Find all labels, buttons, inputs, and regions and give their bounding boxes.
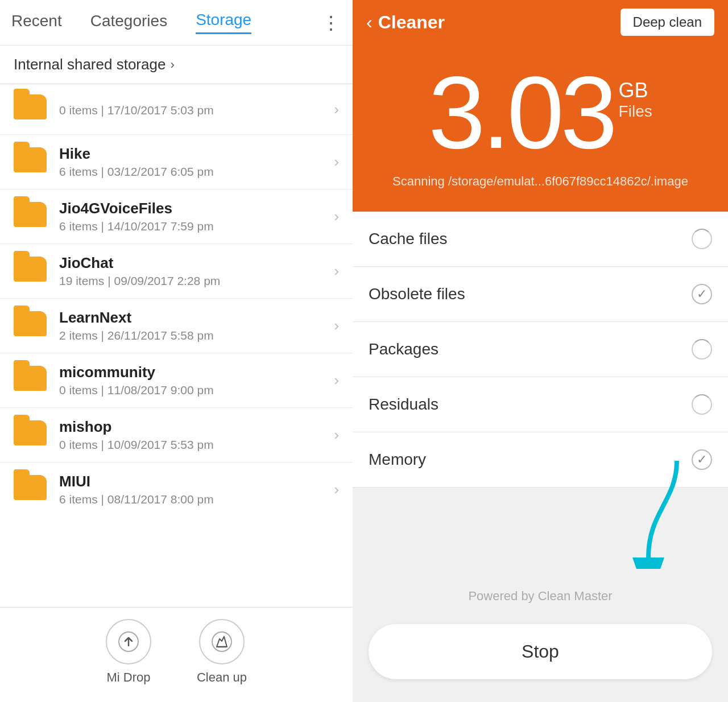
- residuals-label: Residuals: [369, 395, 439, 414]
- file-meta: 0 items | 17/10/2017 5:03 pm: [59, 104, 334, 117]
- scan-files: Files: [619, 102, 652, 121]
- memory-check-icon: [692, 449, 712, 470]
- chevron-right-icon: ›: [334, 481, 339, 498]
- file-meta: 6 items | 08/11/2017 8:00 pm: [59, 493, 334, 506]
- file-info: micommunity 0 items | 11/08/2017 9:00 pm: [59, 364, 334, 397]
- list-item[interactable]: mishop 0 items | 10/09/2017 5:53 pm ›: [0, 408, 353, 463]
- folder-icon: [14, 420, 47, 450]
- folder-icon: [14, 147, 47, 177]
- file-meta: 0 items | 11/08/2017 9:00 pm: [59, 383, 334, 397]
- file-info: JioChat 19 items | 09/09/2017 2:28 pm: [59, 254, 334, 288]
- file-name: Jio4GVoiceFiles: [59, 200, 334, 217]
- file-name: micommunity: [59, 364, 334, 381]
- clean-up-icon-circle: [199, 619, 245, 664]
- tab-recent[interactable]: Recent: [11, 12, 62, 34]
- chevron-right-icon: ›: [334, 208, 339, 225]
- clean-items-list: Cache files Obsolete files Packages Resi…: [353, 212, 728, 580]
- tabs-bar: Recent Categories Storage ⋮: [0, 0, 353, 46]
- tab-categories[interactable]: Categories: [90, 12, 167, 34]
- folder-icon: [14, 311, 47, 341]
- scan-path: Scanning /storage/emulat...6f067f89cc148…: [366, 174, 714, 189]
- obsolete-check-icon: [692, 284, 712, 304]
- chevron-right-icon: ›: [334, 371, 339, 389]
- mi-drop-label: Mi Drop: [106, 670, 150, 685]
- mi-drop-icon-circle: [106, 619, 151, 664]
- file-info: Jio4GVoiceFiles 6 items | 14/10/2017 7:5…: [59, 200, 334, 233]
- tab-storage[interactable]: Storage: [196, 11, 251, 34]
- cleaner-header: ‹ Cleaner Deep clean: [353, 0, 728, 44]
- packages-radio-icon: [692, 339, 712, 360]
- file-meta: 19 items | 09/09/2017 2:28 pm: [59, 274, 334, 288]
- memory-label: Memory: [369, 451, 426, 469]
- file-info: MIUI 6 items | 08/11/2017 8:00 pm: [59, 473, 334, 506]
- back-button[interactable]: ‹ Cleaner: [366, 12, 445, 33]
- residuals-radio-icon: [692, 394, 712, 415]
- file-name: mishop: [59, 418, 334, 436]
- list-item[interactable]: MIUI 6 items | 08/11/2017 8:00 pm ›: [0, 463, 353, 517]
- clean-up-label: Clean up: [197, 670, 247, 685]
- file-info: mishop 0 items | 10/09/2017 5:53 pm: [59, 418, 334, 452]
- breadcrumb-chevron: ›: [170, 57, 174, 72]
- bottom-bar: Mi Drop Clean up: [0, 607, 353, 702]
- more-icon[interactable]: ⋮: [322, 12, 341, 34]
- file-meta: 6 items | 03/12/2017 6:05 pm: [59, 165, 334, 179]
- scan-gb: GB: [619, 79, 648, 102]
- cache-radio-icon: [692, 229, 712, 249]
- scan-display: 3.03 GB Files: [428, 61, 652, 164]
- scanner-area: 3.03 GB Files Scanning /storage/emulat..…: [353, 44, 728, 212]
- clean-item-obsolete[interactable]: Obsolete files: [353, 267, 728, 322]
- chevron-right-icon: ›: [334, 153, 339, 171]
- file-meta: 0 items | 10/09/2017 5:53 pm: [59, 438, 334, 452]
- folder-icon: [14, 94, 47, 124]
- folder-icon: [14, 257, 47, 286]
- file-info: 0 items | 17/10/2017 5:03 pm: [59, 101, 334, 117]
- cache-files-label: Cache files: [369, 230, 448, 248]
- chevron-right-icon: ›: [334, 262, 339, 280]
- list-item[interactable]: 0 items | 17/10/2017 5:03 pm ›: [0, 84, 353, 135]
- list-item[interactable]: Hike 6 items | 03/12/2017 6:05 pm ›: [0, 135, 353, 189]
- file-name: MIUI: [59, 473, 334, 490]
- breadcrumb[interactable]: Internal shared storage ›: [0, 46, 353, 84]
- list-item[interactable]: JioChat 19 items | 09/09/2017 2:28 pm ›: [0, 244, 353, 299]
- file-meta: 6 items | 14/10/2017 7:59 pm: [59, 220, 334, 233]
- file-info: Hike 6 items | 03/12/2017 6:05 pm: [59, 145, 334, 179]
- list-item[interactable]: LearnNext 2 items | 26/11/2017 5:58 pm ›: [0, 299, 353, 353]
- chevron-right-icon: ›: [334, 426, 339, 444]
- file-name: LearnNext: [59, 309, 334, 327]
- left-panel: Recent Categories Storage ⋮ Internal sha…: [0, 0, 353, 702]
- back-chevron-icon: ‹: [366, 12, 373, 33]
- file-info: LearnNext 2 items | 26/11/2017 5:58 pm: [59, 309, 334, 342]
- clean-up-action[interactable]: Clean up: [197, 619, 247, 685]
- scan-unit: GB Files: [619, 79, 652, 121]
- chevron-right-icon: ›: [334, 101, 339, 118]
- deep-clean-button[interactable]: Deep clean: [621, 9, 714, 36]
- file-name: Hike: [59, 145, 334, 163]
- file-list: 0 items | 17/10/2017 5:03 pm › Hike 6 it…: [0, 84, 353, 607]
- stop-button[interactable]: Stop: [369, 624, 712, 679]
- mi-drop-action[interactable]: Mi Drop: [106, 619, 151, 685]
- clean-item-residuals[interactable]: Residuals: [353, 377, 728, 432]
- svg-point-2: [212, 632, 231, 651]
- stop-btn-wrap: Stop: [353, 613, 728, 702]
- packages-label: Packages: [369, 340, 439, 358]
- breadcrumb-label: Internal shared storage: [14, 56, 166, 73]
- right-panel: ‹ Cleaner Deep clean 3.03 GB Files Scann…: [353, 0, 728, 702]
- folder-icon: [14, 475, 47, 505]
- chevron-right-icon: ›: [334, 317, 339, 335]
- list-item[interactable]: micommunity 0 items | 11/08/2017 9:00 pm…: [0, 353, 353, 408]
- obsolete-files-label: Obsolete files: [369, 285, 465, 303]
- list-item[interactable]: Jio4GVoiceFiles 6 items | 14/10/2017 7:5…: [0, 189, 353, 244]
- cleaner-title: Cleaner: [378, 12, 445, 33]
- clean-item-cache[interactable]: Cache files: [353, 212, 728, 267]
- scan-number: 3.03: [428, 55, 614, 170]
- folder-icon: [14, 202, 47, 232]
- file-name: JioChat: [59, 254, 334, 272]
- file-meta: 2 items | 26/11/2017 5:58 pm: [59, 329, 334, 342]
- powered-by-label: Powered by Clean Master: [353, 580, 728, 613]
- clean-item-memory[interactable]: Memory: [353, 432, 728, 488]
- clean-item-packages[interactable]: Packages: [353, 322, 728, 377]
- folder-icon: [14, 366, 47, 395]
